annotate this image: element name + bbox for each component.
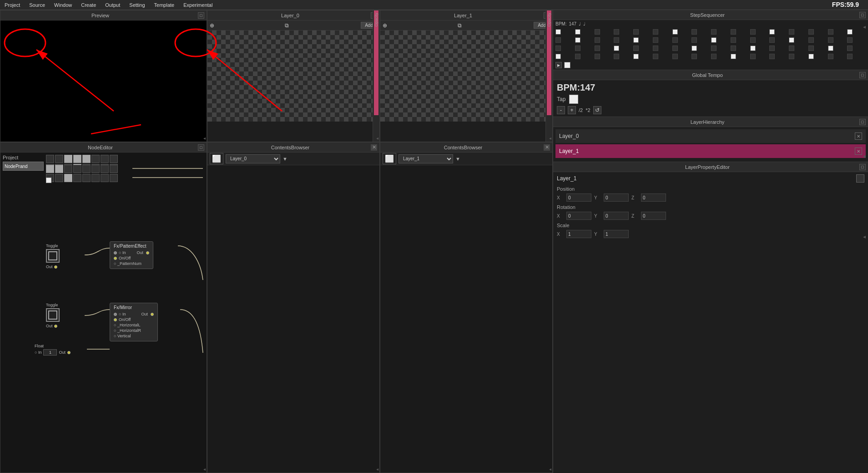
menu-experimental[interactable]: Experimental xyxy=(179,1,217,9)
step-cell-2-9[interactable] xyxy=(731,46,736,51)
hierarchy-maximize-btn[interactable]: □ xyxy=(859,119,866,125)
nodeeditor-resize-handle[interactable]: ◂ xyxy=(203,467,206,472)
step-cell-0-15[interactable] xyxy=(847,29,853,35)
contents0-screen-icon[interactable]: ⬜ xyxy=(210,153,223,164)
step-cell-3-6[interactable] xyxy=(672,54,678,59)
prop-py-input[interactable] xyxy=(604,193,629,202)
menu-source[interactable]: Source xyxy=(25,1,50,9)
step-sequencer-maximize-btn[interactable]: □ xyxy=(859,12,866,18)
nodeeditor-maximize-btn[interactable]: □ xyxy=(198,144,204,151)
step-cell-3-3[interactable] xyxy=(614,54,619,59)
step-cell-3-4[interactable] xyxy=(633,54,639,59)
menu-output[interactable]: Output xyxy=(101,1,125,9)
prop-sy-input[interactable] xyxy=(604,230,629,238)
step-cell-1-6[interactable] xyxy=(672,37,678,43)
property-maximize-btn[interactable]: □ xyxy=(859,164,866,170)
step-cell-1-5[interactable] xyxy=(653,37,658,43)
layer0-resize-handle[interactable]: ◂ xyxy=(376,136,378,141)
contents1-close-btn[interactable]: ✕ xyxy=(544,144,550,151)
step-cell-1-8[interactable] xyxy=(711,37,717,43)
step-cell-0-11[interactable] xyxy=(769,29,775,35)
step-cell-0-7[interactable] xyxy=(691,29,697,35)
step-cell-2-7[interactable] xyxy=(691,46,697,51)
step-cell-2-8[interactable] xyxy=(711,46,717,51)
tempo-reset-btn[interactable]: ↺ xyxy=(593,106,601,114)
step-cell-1-11[interactable] xyxy=(769,37,775,43)
prop-pz-input[interactable] xyxy=(641,193,666,202)
step-cell-3-5[interactable] xyxy=(653,54,658,59)
step-cell-1-3[interactable] xyxy=(614,37,619,43)
step-cell-3-7[interactable] xyxy=(691,54,697,59)
float-input[interactable] xyxy=(43,349,57,356)
menu-template[interactable]: Template xyxy=(150,1,179,9)
step-cell-1-4[interactable] xyxy=(633,37,639,43)
preview-maximize-btn[interactable]: □ xyxy=(198,12,204,19)
contents0-layer-select[interactable]: Layer_0Layer_1 xyxy=(226,154,280,163)
hierarchy-layer1-close[interactable]: ✕ xyxy=(855,147,862,155)
step-cell-2-13[interactable] xyxy=(808,46,814,51)
step-cell-1-1[interactable] xyxy=(575,37,580,43)
step-cell-2-6[interactable] xyxy=(672,46,678,51)
step-cell-1-2[interactable] xyxy=(595,37,600,43)
step-cell-0-4[interactable] xyxy=(633,29,639,35)
step-cell-3-15[interactable] xyxy=(847,54,853,59)
step-cell-3-2[interactable] xyxy=(595,54,600,59)
menu-window[interactable]: Window xyxy=(50,1,76,9)
step-cell-0-13[interactable] xyxy=(808,29,814,35)
hierarchy-layer0-close[interactable]: ✕ xyxy=(855,132,862,140)
step-cell-1-10[interactable] xyxy=(750,37,756,43)
step-cell-3-1[interactable] xyxy=(575,54,580,59)
contents1-layer-select[interactable]: Layer_0Layer_1 xyxy=(399,154,453,163)
step-cell-0-8[interactable] xyxy=(711,29,717,35)
project-selector[interactable]: NodePrand xyxy=(3,162,44,171)
step-cell-1-15[interactable] xyxy=(847,37,853,43)
step-cell-3-12[interactable] xyxy=(789,54,794,59)
prop-rx-input[interactable] xyxy=(566,212,591,220)
step-cell-2-0[interactable] xyxy=(555,46,561,51)
step-cell-3-14[interactable] xyxy=(828,54,833,59)
tempo-div2[interactable]: /2 xyxy=(579,107,583,113)
step-play-btn[interactable]: ▶ xyxy=(555,62,562,68)
prop-rz-input[interactable] xyxy=(641,212,666,220)
prop-ry-input[interactable] xyxy=(604,212,629,220)
step-cell-2-12[interactable] xyxy=(789,46,794,51)
hierarchy-layer1-item[interactable]: Layer_1 ✕ xyxy=(555,144,866,158)
step-cell-0-10[interactable] xyxy=(750,29,756,35)
step-cell-2-11[interactable] xyxy=(769,46,775,51)
tempo-minus-btn[interactable]: - xyxy=(557,106,565,114)
menu-setting[interactable]: Setting xyxy=(125,1,149,9)
tap-btn[interactable] xyxy=(569,95,578,104)
step-cell-0-2[interactable] xyxy=(595,29,600,35)
menu-project[interactable]: Project xyxy=(0,1,25,9)
nodeeditor-content[interactable]: Project NodePrand xyxy=(0,153,207,473)
layer0-opacity-slider[interactable]: Opacity xyxy=(373,10,379,142)
tempo-mul2[interactable]: *2 xyxy=(585,107,590,113)
tempo-maximize-btn[interactable]: □ xyxy=(859,72,866,78)
prop-px-input[interactable] xyxy=(566,193,591,202)
step-cell-0-9[interactable] xyxy=(731,29,736,35)
step-cell-1-12[interactable] xyxy=(789,37,794,43)
step-cell-2-15[interactable] xyxy=(847,46,853,51)
prop-sx-input[interactable] xyxy=(566,230,591,238)
step-cell-2-3[interactable] xyxy=(614,46,619,51)
hierarchy-layer0-item[interactable]: Layer_0 ✕ xyxy=(555,129,866,143)
contents0-close-btn[interactable]: ✕ xyxy=(371,144,377,151)
menu-create[interactable]: Create xyxy=(76,1,101,9)
toggle-icon-1[interactable] xyxy=(46,249,60,263)
step-cell-3-9[interactable] xyxy=(731,54,736,59)
step-cell-3-10[interactable] xyxy=(750,54,756,59)
step-cell-2-10[interactable] xyxy=(750,46,756,51)
contents1-resize-handle[interactable]: ◂ xyxy=(549,467,551,472)
step-cell-1-0[interactable] xyxy=(555,37,561,43)
step-cell-0-3[interactable] xyxy=(614,29,619,35)
step-cell-1-13[interactable] xyxy=(808,37,814,43)
tempo-plus-btn[interactable]: + xyxy=(568,106,576,114)
step-cell-0-6[interactable] xyxy=(672,29,678,35)
step-cell-2-1[interactable] xyxy=(575,46,580,51)
layer1-opacity-slider[interactable]: Opacity xyxy=(545,10,552,142)
step-cell-2-4[interactable] xyxy=(633,46,639,51)
toggle-icon-2[interactable] xyxy=(46,308,60,322)
step-cell-1-9[interactable] xyxy=(731,37,736,43)
step-cell-3-8[interactable] xyxy=(711,54,717,59)
preview-resize-handle[interactable]: ◂ xyxy=(203,136,206,141)
